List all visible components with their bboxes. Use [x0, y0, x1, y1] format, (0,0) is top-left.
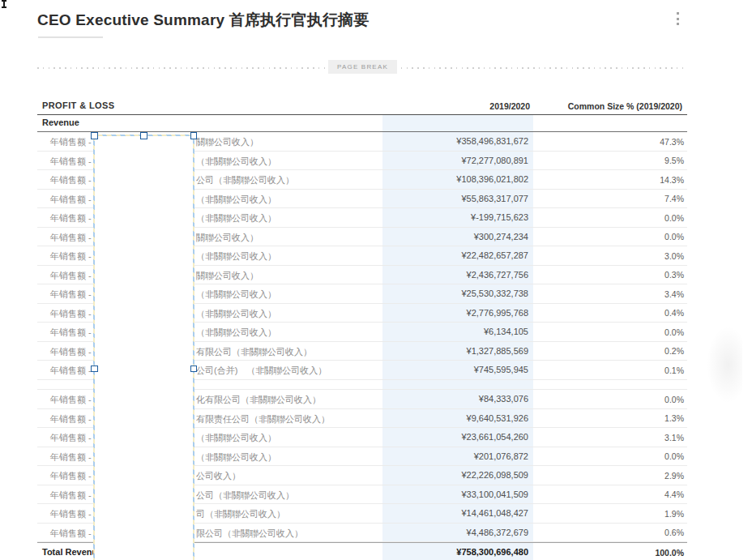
- row-value: ¥2,436,727,756: [467, 270, 528, 280]
- row-label-prefix: 年销售额 -: [50, 413, 92, 425]
- right-edge-scroll-hint: [707, 326, 742, 404]
- row-label-suffix: 有限责任公司（非關聯公司收入）: [196, 413, 330, 425]
- page-break-divider: PAGE BREAK: [37, 67, 687, 69]
- table-title: PROFIT & LOSS: [42, 100, 115, 110]
- row-label-suffix: （非關聯公司收入）: [196, 308, 276, 320]
- row-value: ¥22,226,098,509: [461, 470, 528, 480]
- report-page: CEO Executive Summary 首席执行官执行摘要 PAGE BRE…: [0, 0, 752, 560]
- group-header-row: Revenue: [37, 115, 687, 132]
- row-value: ¥23,661,054,260: [461, 432, 528, 442]
- column-header-common-size: Common Size % (2019/2020): [568, 101, 682, 111]
- selection-handle-middle-right[interactable]: [190, 365, 198, 373]
- row-label-suffix: 關聯公司收入）: [196, 136, 258, 148]
- row-value: ¥55,863,317,077: [461, 194, 528, 203]
- row-label-prefix: 年销售额 -: [50, 250, 92, 263]
- row-label-suffix: 公司（非關聯公司收入）: [196, 489, 294, 502]
- row-value: ¥108,396,021,802: [456, 174, 528, 184]
- row-value: ¥358,496,831,672: [456, 136, 528, 146]
- row-value: ¥1,327,885,569: [467, 346, 528, 356]
- row-value: ¥25,530,332,738: [461, 289, 528, 298]
- row-label-prefix: 年销售额 -: [50, 508, 92, 520]
- selection-handle-top-right[interactable]: [190, 132, 198, 139]
- more-options-icon[interactable]: [673, 12, 682, 28]
- title-underline: [38, 36, 103, 38]
- row-label-prefix: 年销售额 -: [50, 327, 92, 339]
- row-label-suffix: （非關聯公司收入）: [196, 250, 276, 263]
- selection-handle-middle-left[interactable]: [91, 365, 98, 373]
- row-label-prefix: 年销售额 -: [50, 156, 92, 168]
- row-label-prefix: 年销售额 -: [50, 270, 92, 282]
- row-value: ¥201,076,872: [474, 451, 528, 461]
- row-label-suffix: （非關聯公司收入）: [196, 194, 276, 206]
- page-title: CEO Executive Summary 首席执行官执行摘要: [37, 10, 370, 31]
- row-pct: 0.0%: [664, 327, 684, 337]
- row-label-suffix: 公司收入）: [196, 470, 241, 482]
- row-label-prefix: 年销售额 -: [50, 528, 92, 540]
- row-label-suffix: 司（非關聯公司收入）: [196, 508, 285, 520]
- row-label-prefix: 年销售额 -: [50, 346, 92, 358]
- row-label-suffix: 公司(合并) （非關聯公司收入）: [196, 365, 327, 377]
- row-label-prefix: 年销售额 -: [50, 432, 92, 444]
- row-label-prefix: 年销售额 -: [50, 136, 92, 148]
- row-value: ¥84,333,076: [479, 394, 528, 404]
- row-pct: 0.1%: [664, 365, 684, 375]
- row-pct: 0.6%: [664, 528, 684, 537]
- row-label-suffix: （非關聯公司收入）: [196, 289, 276, 301]
- row-label-suffix: 公司（非關聯公司收入）: [196, 174, 294, 186]
- row-pct: 4.4%: [664, 489, 684, 499]
- column-header-period: 2019/2020: [489, 101, 530, 111]
- row-label-prefix: 年销售额 -: [50, 174, 92, 186]
- row-pct: 0.0%: [664, 451, 684, 461]
- row-label-suffix: 關聯公司收入）: [196, 270, 258, 282]
- row-pct: 0.4%: [664, 308, 684, 318]
- row-pct: 0.0%: [664, 232, 684, 242]
- row-value: ¥6,134,105: [484, 327, 528, 336]
- row-value: ¥300,274,234: [474, 232, 528, 242]
- row-pct: 3.4%: [664, 289, 684, 299]
- row-label-prefix: 年销售额 -: [50, 451, 92, 464]
- row-pct: 3.0%: [664, 251, 684, 261]
- redaction-selection-box[interactable]: [93, 135, 194, 560]
- row-value: ¥9,640,531,926: [467, 413, 528, 423]
- row-value: ¥33,100,041,509: [461, 489, 528, 499]
- row-label-suffix: （非關聯公司收入）: [196, 432, 276, 444]
- row-label-suffix: 化有限公司（非關聯公司收入）: [196, 394, 321, 406]
- row-value: ¥-199,715,623: [471, 212, 528, 222]
- page-break-label: PAGE BREAK: [328, 60, 397, 74]
- row-label-prefix: 年销售额 -: [50, 194, 92, 206]
- row-pct: 14.3%: [660, 175, 684, 185]
- row-label-prefix: 年销售额 -: [50, 212, 92, 224]
- row-label-suffix: （非關聯公司收入）: [196, 327, 276, 339]
- row-pct: 1.9%: [664, 509, 684, 519]
- row-pct: 3.1%: [664, 433, 684, 442]
- row-label-prefix: 年销售额 -: [50, 289, 92, 301]
- row-label-suffix: （非關聯公司收入）: [196, 212, 276, 224]
- text-cursor-icon: [2, 0, 6, 8]
- row-label-suffix: （非關聯公司收入）: [196, 451, 276, 464]
- row-value: ¥14,461,048,427: [461, 508, 528, 518]
- row-pct: 0.3%: [664, 270, 684, 280]
- row-pct: 47.3%: [660, 137, 684, 147]
- row-label-suffix: （非關聯公司收入）: [196, 156, 276, 168]
- row-pct: 2.9%: [664, 471, 684, 481]
- row-label-prefix: 年销售额 -: [50, 308, 92, 320]
- row-label-prefix: 年销售额 -: [50, 394, 92, 406]
- selection-handle-top-middle[interactable]: [140, 132, 147, 139]
- row-label-suffix: 有限公司（非關聯公司收入）: [196, 346, 312, 358]
- table-header-row: PROFIT & LOSS 2019/2020 Common Size % (2…: [37, 97, 687, 115]
- row-pct: 0.0%: [664, 213, 684, 223]
- group-header-label: Revenue: [42, 118, 79, 127]
- row-pct: 0.2%: [664, 346, 684, 356]
- row-pct: 0.0%: [664, 395, 684, 404]
- row-label-prefix: 年销售额 -: [50, 489, 92, 502]
- row-label-suffix: 限公司（非關聯公司收入）: [196, 528, 303, 540]
- selection-handle-top-left[interactable]: [91, 132, 98, 139]
- total-value: ¥758,300,696,480: [456, 547, 528, 557]
- row-label-prefix: 年销售额 -: [50, 232, 92, 244]
- row-value: ¥745,595,945: [474, 365, 528, 374]
- total-pct: 100.0%: [655, 548, 684, 558]
- row-value: ¥2,776,995,768: [467, 308, 528, 318]
- row-label-prefix: 年销售额 -: [50, 470, 92, 482]
- row-label-prefix: 年销售额 -: [50, 365, 92, 377]
- row-label-suffix: 關聯公司收入）: [196, 232, 258, 244]
